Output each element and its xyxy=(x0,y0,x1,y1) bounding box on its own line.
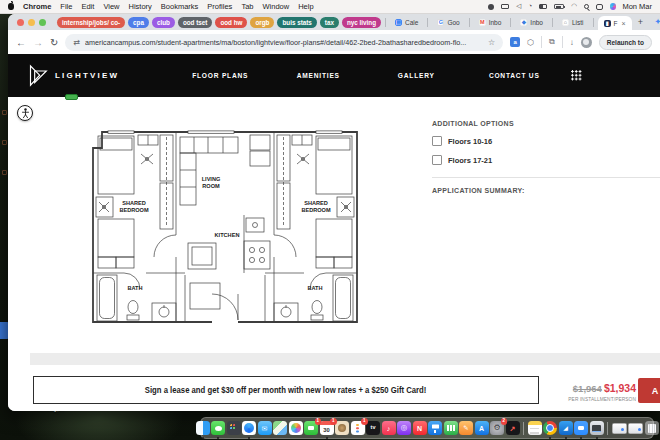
apps-grid-icon[interactable] xyxy=(571,70,582,81)
dock-facetime[interactable]: 1 xyxy=(304,421,318,435)
dock-music[interactable] xyxy=(382,421,396,435)
control-center-icon[interactable] xyxy=(596,4,603,10)
extensions-icon[interactable]: ⬡ xyxy=(527,38,534,47)
menu-tab[interactable]: Tab xyxy=(241,2,253,11)
new-tab-button[interactable]: + xyxy=(638,17,643,27)
tab-group-club[interactable]: club xyxy=(152,17,175,28)
reload-icon[interactable]: ↻ xyxy=(50,37,58,48)
back-icon[interactable]: ← xyxy=(16,37,26,48)
nav-contact-us[interactable]: CONTACT US xyxy=(465,72,563,79)
menu-history[interactable]: History xyxy=(129,2,152,11)
profile-chip[interactable]: ✦A xyxy=(655,18,660,26)
dock-trash[interactable] xyxy=(645,421,659,435)
dock-keynote[interactable] xyxy=(428,421,442,435)
side-panel-icon[interactable]: ⧉ xyxy=(549,37,555,47)
dock-zoom[interactable] xyxy=(574,421,588,435)
menu-profiles[interactable]: Profiles xyxy=(207,2,232,11)
tab-group-ood-hw[interactable]: ood hw xyxy=(215,17,247,28)
profile-avatar[interactable] xyxy=(581,37,592,48)
site-info-icon[interactable]: ⇄ xyxy=(73,38,80,47)
menu-file[interactable]: File xyxy=(60,2,72,11)
tab-inbox[interactable]: ◆Inbo xyxy=(515,16,548,29)
tab-group-tax[interactable]: tax xyxy=(320,17,339,28)
dock-chrome[interactable] xyxy=(543,421,557,435)
tab-group-orgb[interactable]: orgb xyxy=(250,17,274,28)
menu-help[interactable]: Help xyxy=(298,2,313,11)
translate-icon[interactable]: a xyxy=(510,37,520,47)
zoom-window-button[interactable] xyxy=(39,19,46,26)
dock-podcasts[interactable] xyxy=(397,421,411,435)
dock-settings[interactable]: 2 xyxy=(490,421,504,435)
time-machine-icon[interactable]: ◔ xyxy=(528,3,532,10)
dock-maps[interactable] xyxy=(273,421,287,435)
dock-tv[interactable] xyxy=(366,421,380,435)
url-text[interactable]: americancampus.com/student-apartments/ma… xyxy=(85,38,483,47)
dock-notes[interactable] xyxy=(528,421,542,435)
minimize-window-button[interactable] xyxy=(28,19,35,26)
option-row-floors-17-21[interactable]: Floors 17-21 xyxy=(432,155,660,165)
tab-group-buis-stats[interactable]: buis stats xyxy=(277,17,316,28)
close-window-button[interactable] xyxy=(17,19,24,26)
dock-finder[interactable] xyxy=(196,421,210,435)
dock-stocks[interactable] xyxy=(506,421,520,435)
dock-remote-desktop[interactable] xyxy=(590,421,604,435)
dock-launchpad[interactable] xyxy=(227,421,241,435)
dock-news[interactable] xyxy=(413,421,427,435)
tab-active-floorplan[interactable]: ▮F× xyxy=(598,16,632,30)
tab-group-internship[interactable]: internship/jobs/ co- xyxy=(57,17,125,28)
status-app-icon[interactable] xyxy=(488,4,494,10)
dock-contacts[interactable] xyxy=(335,421,349,435)
dock-messages[interactable] xyxy=(211,421,225,435)
dock-minimized-window[interactable] xyxy=(612,423,627,434)
menu-bookmarks[interactable]: Bookmarks xyxy=(161,2,199,11)
apply-button[interactable]: A xyxy=(638,378,660,403)
keyboard-icon[interactable] xyxy=(539,4,547,10)
dock-numbers[interactable] xyxy=(444,421,458,435)
dock-minimized-window[interactable] xyxy=(628,423,643,434)
url-field[interactable]: ⇄ americancampus.com/student-apartments/… xyxy=(65,34,503,51)
desktop-icon[interactable] xyxy=(2,140,7,145)
tab-group-nyc-living[interactable]: nyc living xyxy=(342,17,381,28)
dock-vscode[interactable] xyxy=(559,421,573,435)
battery-icon[interactable] xyxy=(554,4,564,9)
tab-listings[interactable]: ⌂Listi xyxy=(557,16,589,29)
dock-reminders[interactable]: 1 xyxy=(351,421,365,435)
display-icon[interactable] xyxy=(501,4,509,10)
dock-app-store[interactable] xyxy=(475,421,489,435)
accessibility-button[interactable] xyxy=(17,105,33,121)
tab-google[interactable]: GGoo xyxy=(432,16,464,29)
option-row-floors-10-16[interactable]: Floors 10-16 xyxy=(432,136,660,146)
menu-view[interactable]: View xyxy=(103,2,119,11)
desktop-icon[interactable] xyxy=(2,110,7,115)
download-icon[interactable]: ↓ xyxy=(570,38,574,47)
checkbox-floors-10-16[interactable] xyxy=(432,136,442,146)
mute-icon[interactable]: ◁ xyxy=(516,3,521,10)
dock-photos[interactable] xyxy=(289,421,303,435)
siri-icon[interactable] xyxy=(610,3,617,10)
checkbox-floors-17-21[interactable] xyxy=(432,155,442,165)
nav-gallery[interactable]: GALLERY xyxy=(367,72,465,79)
forward-icon[interactable]: → xyxy=(33,37,43,48)
nav-floor-plans[interactable]: FLOOR PLANS xyxy=(171,72,269,79)
chat-widget-tab[interactable] xyxy=(65,94,78,100)
menu-app-name[interactable]: Chrome xyxy=(23,2,51,11)
close-tab-icon[interactable]: × xyxy=(622,20,626,27)
site-logo[interactable]: LIGHTVIEW xyxy=(28,64,119,88)
dock-calendar[interactable]: 301 xyxy=(320,421,334,435)
dock-pages[interactable] xyxy=(459,421,473,435)
apple-menu-icon[interactable] xyxy=(8,3,14,10)
nav-amenities[interactable]: AMENITIES xyxy=(269,72,367,79)
desktop-icon[interactable] xyxy=(2,170,7,175)
dock-safari[interactable] xyxy=(242,421,256,435)
relaunch-button[interactable]: Relaunch to xyxy=(599,35,652,50)
tab-gmail-inbox[interactable]: MInbo xyxy=(474,16,507,29)
tab-group-cpa[interactable]: cpa xyxy=(128,17,149,28)
dock-mail[interactable] xyxy=(258,421,272,435)
menu-edit[interactable]: Edit xyxy=(81,2,94,11)
menu-window[interactable]: Window xyxy=(262,2,289,11)
tab-calendar[interactable]: ▦Cale xyxy=(390,16,423,29)
menu-clock[interactable]: Mon Mar xyxy=(622,2,652,11)
tab-group-ood-tset[interactable]: ood tset xyxy=(178,17,213,28)
spotlight-icon[interactable] xyxy=(584,4,589,9)
bookmark-star-icon[interactable]: ☆ xyxy=(488,38,495,47)
